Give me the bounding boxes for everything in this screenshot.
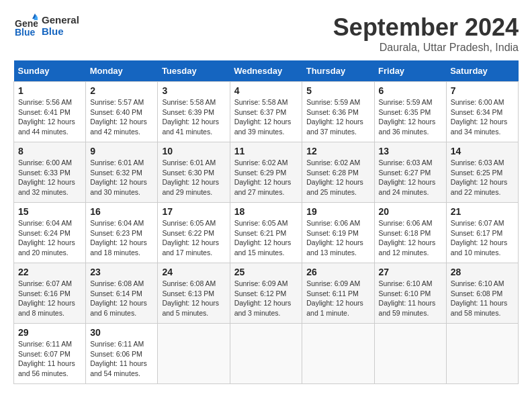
header: General Blue General Blue September 2024… (13, 13, 519, 54)
header-row: SundayMondayTuesdayWednesdayThursdayFrid… (14, 60, 519, 82)
day-cell: 8Sunrise: 6:00 AM Sunset: 6:33 PM Daylig… (14, 142, 86, 203)
day-info: Sunrise: 6:07 AM Sunset: 6:17 PM Dayligh… (451, 218, 514, 258)
day-cell: 18Sunrise: 6:05 AM Sunset: 6:21 PM Dayli… (230, 203, 302, 263)
day-info: Sunrise: 6:06 AM Sunset: 6:18 PM Dayligh… (379, 218, 442, 258)
calendar-table: SundayMondayTuesdayWednesdayThursdayFrid… (13, 60, 519, 384)
day-number: 22 (18, 267, 81, 277)
day-info: Sunrise: 6:11 AM Sunset: 6:06 PM Dayligh… (90, 339, 153, 379)
day-number: 26 (306, 267, 369, 277)
location-title: Daurala, Uttar Pradesh, India (333, 42, 519, 54)
logo-icon: General Blue (13, 13, 38, 38)
logo-general: General (42, 14, 79, 26)
day-info: Sunrise: 6:08 AM Sunset: 6:13 PM Dayligh… (162, 279, 225, 318)
logo: General Blue General Blue (13, 13, 79, 38)
day-number: 3 (162, 85, 225, 96)
day-cell: 6Sunrise: 5:59 AM Sunset: 6:35 PM Daylig… (374, 82, 446, 142)
day-cell: 22Sunrise: 6:07 AM Sunset: 6:16 PM Dayli… (14, 263, 86, 324)
day-number: 2 (90, 85, 153, 96)
day-info: Sunrise: 6:10 AM Sunset: 6:08 PM Dayligh… (451, 279, 514, 318)
day-number: 13 (379, 146, 442, 156)
week-row-2: 8Sunrise: 6:00 AM Sunset: 6:33 PM Daylig… (14, 142, 519, 203)
day-info: Sunrise: 5:59 AM Sunset: 6:36 PM Dayligh… (306, 97, 369, 137)
day-cell: 4Sunrise: 5:58 AM Sunset: 6:37 PM Daylig… (230, 82, 302, 142)
header-wednesday: Wednesday (230, 60, 302, 82)
day-number: 10 (162, 146, 225, 156)
day-number: 14 (451, 146, 514, 156)
day-number: 19 (306, 206, 369, 217)
day-cell: 9Sunrise: 6:01 AM Sunset: 6:32 PM Daylig… (86, 142, 158, 203)
day-cell: 26Sunrise: 6:09 AM Sunset: 6:11 PM Dayli… (302, 263, 374, 324)
svg-text:Blue: Blue (15, 27, 36, 38)
day-number: 15 (18, 206, 81, 217)
day-cell: 27Sunrise: 6:10 AM Sunset: 6:10 PM Dayli… (374, 263, 446, 324)
day-info: Sunrise: 6:00 AM Sunset: 6:34 PM Dayligh… (451, 97, 514, 137)
day-number: 16 (90, 206, 153, 217)
day-info: Sunrise: 6:04 AM Sunset: 6:23 PM Dayligh… (90, 218, 153, 258)
day-cell: 13Sunrise: 6:03 AM Sunset: 6:27 PM Dayli… (374, 142, 446, 203)
day-cell: 25Sunrise: 6:09 AM Sunset: 6:12 PM Dayli… (230, 263, 302, 324)
month-title: September 2024 (333, 13, 519, 42)
header-sunday: Sunday (14, 60, 86, 82)
day-info: Sunrise: 5:58 AM Sunset: 6:39 PM Dayligh… (162, 97, 225, 137)
day-info: Sunrise: 6:01 AM Sunset: 6:32 PM Dayligh… (90, 158, 153, 197)
day-info: Sunrise: 6:01 AM Sunset: 6:30 PM Dayligh… (162, 158, 225, 197)
day-number: 8 (18, 146, 81, 156)
week-row-5: 29Sunrise: 6:11 AM Sunset: 6:07 PM Dayli… (14, 324, 519, 384)
title-area: September 2024 Daurala, Uttar Pradesh, I… (333, 13, 519, 54)
day-cell: 24Sunrise: 6:08 AM Sunset: 6:13 PM Dayli… (158, 263, 230, 324)
day-number: 24 (162, 267, 225, 277)
day-info: Sunrise: 6:02 AM Sunset: 6:28 PM Dayligh… (306, 158, 369, 197)
day-cell: 29Sunrise: 6:11 AM Sunset: 6:07 PM Dayli… (14, 324, 86, 384)
day-info: Sunrise: 6:07 AM Sunset: 6:16 PM Dayligh… (18, 279, 81, 318)
header-saturday: Saturday (446, 60, 518, 82)
header-thursday: Thursday (302, 60, 374, 82)
day-cell: 1Sunrise: 5:56 AM Sunset: 6:41 PM Daylig… (14, 82, 86, 142)
header-tuesday: Tuesday (158, 60, 230, 82)
day-number: 27 (379, 267, 442, 277)
day-cell: 23Sunrise: 6:08 AM Sunset: 6:14 PM Dayli… (86, 263, 158, 324)
day-cell: 12Sunrise: 6:02 AM Sunset: 6:28 PM Dayli… (302, 142, 374, 203)
day-cell (446, 324, 518, 384)
day-info: Sunrise: 6:05 AM Sunset: 6:21 PM Dayligh… (234, 218, 298, 258)
day-info: Sunrise: 6:02 AM Sunset: 6:29 PM Dayligh… (234, 158, 298, 197)
logo-blue: Blue (42, 26, 79, 37)
day-number: 7 (451, 85, 514, 96)
day-number: 5 (306, 85, 369, 96)
day-number: 29 (18, 327, 81, 338)
day-info: Sunrise: 6:11 AM Sunset: 6:07 PM Dayligh… (18, 339, 81, 379)
day-info: Sunrise: 6:10 AM Sunset: 6:10 PM Dayligh… (379, 279, 442, 318)
day-cell: 14Sunrise: 6:03 AM Sunset: 6:25 PM Dayli… (446, 142, 518, 203)
week-row-4: 22Sunrise: 6:07 AM Sunset: 6:16 PM Dayli… (14, 263, 519, 324)
day-cell: 28Sunrise: 6:10 AM Sunset: 6:08 PM Dayli… (446, 263, 518, 324)
day-number: 25 (234, 267, 298, 277)
day-number: 9 (90, 146, 153, 156)
day-cell: 16Sunrise: 6:04 AM Sunset: 6:23 PM Dayli… (86, 203, 158, 263)
day-cell (230, 324, 302, 384)
day-info: Sunrise: 6:05 AM Sunset: 6:22 PM Dayligh… (162, 218, 225, 258)
day-cell: 15Sunrise: 6:04 AM Sunset: 6:24 PM Dayli… (14, 203, 86, 263)
day-cell: 17Sunrise: 6:05 AM Sunset: 6:22 PM Dayli… (158, 203, 230, 263)
day-cell: 20Sunrise: 6:06 AM Sunset: 6:18 PM Dayli… (374, 203, 446, 263)
day-cell (158, 324, 230, 384)
day-info: Sunrise: 5:58 AM Sunset: 6:37 PM Dayligh… (234, 97, 298, 137)
day-info: Sunrise: 6:09 AM Sunset: 6:11 PM Dayligh… (306, 279, 369, 318)
day-number: 17 (162, 206, 225, 217)
day-info: Sunrise: 6:06 AM Sunset: 6:19 PM Dayligh… (306, 218, 369, 258)
day-number: 6 (379, 85, 442, 96)
day-info: Sunrise: 6:03 AM Sunset: 6:25 PM Dayligh… (451, 158, 514, 197)
day-number: 1 (18, 85, 81, 96)
header-friday: Friday (374, 60, 446, 82)
day-number: 21 (451, 206, 514, 217)
week-row-3: 15Sunrise: 6:04 AM Sunset: 6:24 PM Dayli… (14, 203, 519, 263)
day-cell: 3Sunrise: 5:58 AM Sunset: 6:39 PM Daylig… (158, 82, 230, 142)
day-number: 30 (90, 327, 153, 338)
day-cell: 7Sunrise: 6:00 AM Sunset: 6:34 PM Daylig… (446, 82, 518, 142)
day-number: 4 (234, 85, 298, 96)
day-cell: 19Sunrise: 6:06 AM Sunset: 6:19 PM Dayli… (302, 203, 374, 263)
day-cell: 11Sunrise: 6:02 AM Sunset: 6:29 PM Dayli… (230, 142, 302, 203)
day-cell: 21Sunrise: 6:07 AM Sunset: 6:17 PM Dayli… (446, 203, 518, 263)
day-cell (302, 324, 374, 384)
day-info: Sunrise: 6:00 AM Sunset: 6:33 PM Dayligh… (18, 158, 81, 197)
day-number: 11 (234, 146, 298, 156)
day-number: 20 (379, 206, 442, 217)
